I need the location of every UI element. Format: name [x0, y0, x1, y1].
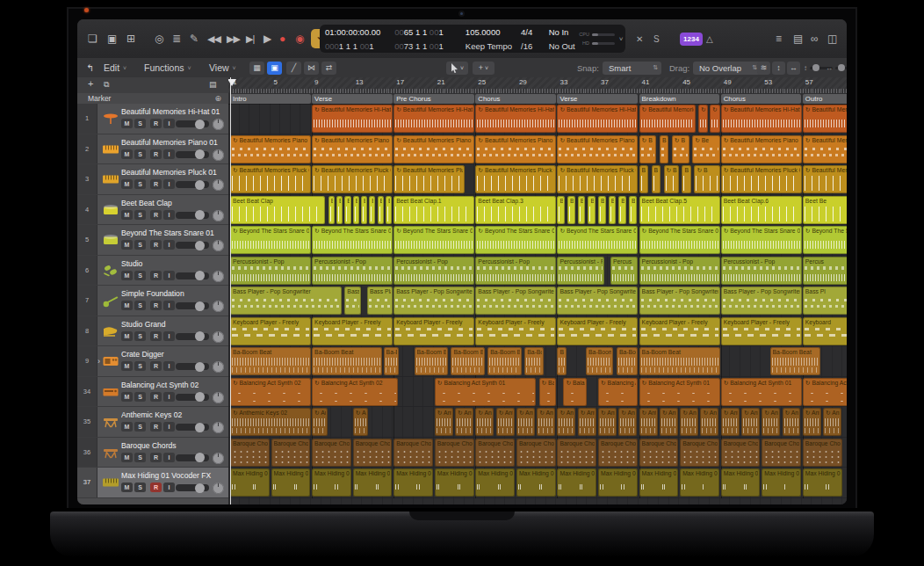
region[interactable]: B: [598, 196, 606, 224]
region[interactable]: Max Hiding 01 V: [435, 468, 474, 497]
region[interactable]: Keyboard Player - Freely: [393, 317, 474, 345]
region[interactable]: Max Hiding 01 V: [312, 468, 351, 497]
region[interactable]: Beet Beat Clap.3: [475, 196, 556, 224]
volume-slider[interactable]: [176, 181, 209, 188]
track-header-4[interactable]: 4Beet Beat ClapMSRI: [77, 195, 228, 226]
region[interactable]: Percussionist - Pop: [230, 257, 311, 285]
region[interactable]: Ba-Boom Beat: [639, 347, 720, 375]
browsers-icon[interactable]: ◫: [827, 29, 837, 48]
track-solo-button[interactable]: S: [134, 271, 146, 280]
region[interactable]: Baroque Chords: [475, 439, 515, 467]
go-to-end-button[interactable]: ▶|: [246, 29, 254, 48]
track-header-1[interactable]: 1Beautiful Memories Hi-Hat 01MSRI: [77, 104, 228, 134]
track-record-enable-button[interactable]: R: [150, 210, 162, 220]
region[interactable]: ↻ Beautiful Memories Piano 02: [393, 135, 474, 163]
region[interactable]: Baroque Chords: [803, 439, 842, 467]
region[interactable]: Ba-Boom Beat: [451, 347, 484, 375]
marker-verse[interactable]: Verse: [557, 94, 638, 104]
duplicate-track-button[interactable]: ⧉: [104, 80, 109, 90]
track-mute-button[interactable]: M: [121, 483, 133, 492]
region[interactable]: B: [557, 347, 566, 375]
region[interactable]: Keyboard Player - Freely: [475, 317, 556, 345]
region[interactable]: ↻ Anthe: [721, 408, 740, 436]
track-input-monitor-button[interactable]: I: [163, 179, 175, 189]
track-mute-button[interactable]: M: [121, 392, 133, 402]
region[interactable]: ↻ Anthe: [496, 408, 515, 436]
region[interactable]: Ba-Boom: [617, 347, 638, 375]
region[interactable]: ↻ Beautiful Memories Pluck 01.1: [312, 165, 393, 193]
back-icon[interactable]: ↰: [86, 61, 94, 75]
region[interactable]: ↻ Anthe: [762, 408, 780, 436]
track-input-monitor-button[interactable]: I: [163, 119, 175, 128]
region[interactable]: Max Hiding 01 V: [353, 468, 393, 497]
track-mute-button[interactable]: M: [121, 179, 133, 189]
track-header-2[interactable]: 2Beautiful Memories Piano 01MSRI: [77, 134, 228, 165]
region[interactable]: Percussionist - Pop: [393, 257, 474, 285]
marker-intro[interactable]: Intro: [230, 94, 311, 104]
track-solo-button[interactable]: S: [134, 422, 146, 432]
track-input-monitor-button[interactable]: I: [163, 361, 175, 371]
pan-knob[interactable]: [213, 240, 224, 251]
region[interactable]: Bass Player - Pop Songwriter: [230, 287, 342, 315]
region[interactable]: ↻ Balancing Act Synth 01: [435, 378, 536, 406]
region[interactable]: Baroque Chords: [516, 439, 556, 467]
region[interactable]: ↻ B: [694, 165, 719, 193]
region[interactable]: B: [618, 196, 626, 224]
pencil-icon[interactable]: ✎: [190, 29, 199, 48]
region[interactable]: ↻ Beyond The Stars Snare 01.2: [721, 226, 802, 254]
region[interactable]: ↻ Anthe: [783, 408, 801, 436]
region[interactable]: Percussionist - Pop: [721, 257, 802, 285]
track-record-enable-button[interactable]: R: [150, 240, 162, 250]
region[interactable]: ↻ Beautiful Memories Hi-Hat 02.2: [639, 105, 696, 133]
global-tracks-icon[interactable]: ▦: [249, 62, 264, 75]
region[interactable]: ↻ Balancing Act: [598, 378, 638, 406]
snap-dropdown[interactable]: Smart⇅: [603, 62, 661, 75]
pan-knob[interactable]: [213, 453, 224, 464]
track-input-monitor-button[interactable]: I: [163, 240, 175, 250]
region[interactable]: B: [353, 196, 359, 224]
track-solo-button[interactable]: S: [134, 392, 146, 402]
region[interactable]: Beet Beat Clap.1: [393, 196, 474, 224]
region[interactable]: ↻ Beyond The Stars Snare 01: [230, 226, 311, 254]
region[interactable]: Baroque Chords: [598, 439, 638, 467]
note-pads-icon[interactable]: ▤: [793, 29, 803, 48]
region[interactable]: ↻ Beautiful Memories Pluck 02.1: [475, 165, 556, 193]
region[interactable]: Keyboard Player - Freely: [230, 317, 311, 345]
region[interactable]: Keyboard Player - Freely: [721, 317, 802, 345]
command-tool-menu[interactable]: +˅: [473, 62, 494, 75]
automation-icon[interactable]: ╱: [286, 62, 301, 75]
region[interactable]: ↻ Anthe: [557, 408, 575, 436]
region[interactable]: Beet Be: [803, 196, 847, 224]
vertical-auto-zoom-icon[interactable]: ↕: [772, 62, 785, 75]
region[interactable]: ↻ Anthe: [516, 408, 535, 436]
region[interactable]: Percus: [610, 257, 638, 285]
track-header-7[interactable]: 7Simple FoundationMSRI: [77, 286, 228, 316]
region[interactable]: ↻ B: [672, 135, 689, 163]
region[interactable]: Max Hiding 01 V: [230, 468, 270, 497]
region[interactable]: ↻ Antha: [353, 408, 368, 436]
region[interactable]: Keyboard Player - Freely: [557, 317, 638, 345]
region[interactable]: Ba-Boom Beat: [487, 347, 521, 375]
mixer-icon[interactable]: ≣: [172, 29, 181, 48]
region[interactable]: ↻ Balancing Act Syn: [803, 378, 847, 406]
track-solo-button[interactable]: S: [134, 210, 146, 220]
region[interactable]: Baroque Chords: [230, 439, 270, 467]
region[interactable]: Baroque Chords: [353, 439, 393, 467]
crossfade-icon[interactable]: ⋈: [304, 62, 319, 75]
region[interactable]: ↻ Anthe: [475, 408, 494, 436]
region[interactable]: Beet Beat Clap: [230, 196, 325, 224]
region[interactable]: B: [336, 196, 343, 224]
pan-knob[interactable]: [213, 210, 224, 221]
region[interactable]: Bass Player - Pop Songwriter: [475, 287, 556, 315]
region[interactable]: Keyboard Player - Freely: [639, 317, 720, 345]
region[interactable]: ↻ Beyond The Stars Snare 02.3: [557, 226, 638, 254]
track-record-enable-button[interactable]: R: [150, 331, 162, 341]
region[interactable]: ↻ Anthe: [700, 408, 718, 436]
volume-slider[interactable]: [176, 394, 209, 401]
marker-outro[interactable]: Outro: [803, 94, 847, 104]
region[interactable]: ↻ Beautiful Memories Piano 01: [230, 135, 311, 163]
region[interactable]: ↻ Anthe: [578, 408, 596, 436]
region[interactable]: B: [609, 196, 617, 224]
region[interactable]: Ba-Boom Beat: [770, 347, 820, 375]
region[interactable]: B: [557, 196, 565, 224]
